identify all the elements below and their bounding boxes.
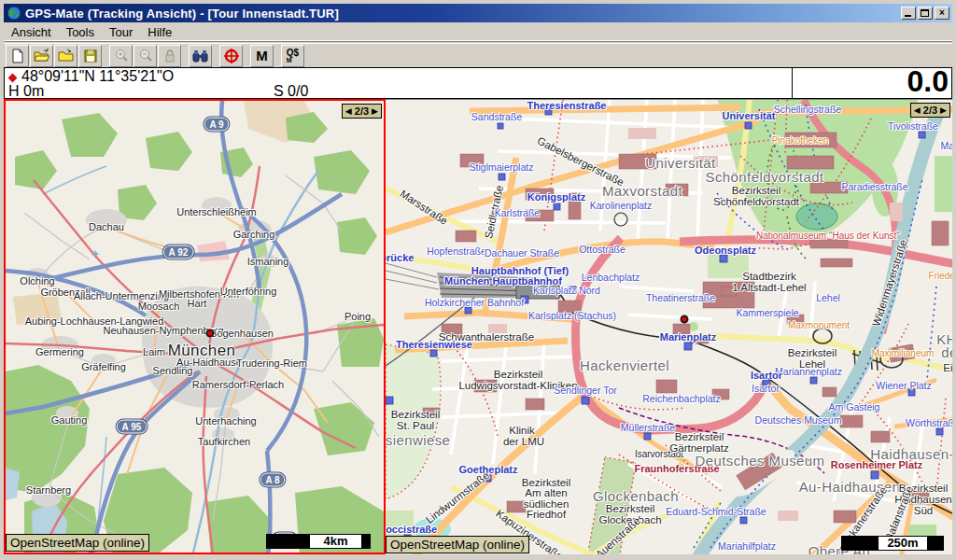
folder-icon (57, 48, 75, 64)
open-folder-icon (33, 48, 50, 64)
menu-bar: Ansicht Tools Tour Hilfe (4, 22, 952, 42)
quick-select-button[interactable]: Q$ M (281, 45, 304, 67)
map-pager[interactable]: ◀2/3▶ (910, 103, 950, 118)
overview-map[interactable]: ✈ UnterschleißheimDachauGarchingIsmaning… (4, 99, 386, 554)
map-scale-bar: 250m (841, 536, 944, 551)
speed-value: 0.0 (907, 64, 949, 99)
toolbar: M Q$ M (4, 43, 952, 67)
zoom-out-button[interactable] (134, 45, 157, 67)
status-bar: 48°09'11"N 11°35'21"O H 0m S 0/0 0.0 (4, 67, 952, 99)
overview-map-canvas: ✈ (6, 101, 384, 554)
menu-ansicht[interactable]: Ansicht (4, 23, 59, 41)
app-icon (7, 6, 21, 21)
pager-label: 2/3 (923, 105, 937, 116)
motorway-shield: A 8 (260, 473, 285, 487)
altitude-value: H 0m (8, 83, 44, 100)
pager-prev-icon[interactable]: ◀ (914, 106, 921, 115)
lock-button[interactable] (158, 45, 181, 67)
app-window: GPS-Mate (Tracking Ansicht) - [Tour Inne… (0, 0, 956, 560)
title-bar[interactable]: GPS-Mate (Tracking Ansicht) - [Tour Inne… (4, 4, 952, 22)
new-button[interactable] (6, 45, 29, 67)
save-button[interactable] (78, 45, 102, 67)
map-scale-bar: 4km (266, 534, 371, 549)
target-button[interactable] (219, 45, 243, 67)
maximize-icon (921, 9, 929, 17)
speed-panel: 0.0 (793, 67, 952, 99)
minimize-icon (905, 15, 911, 17)
zoom-out-icon (137, 48, 154, 64)
menu-tour[interactable]: Tour (102, 23, 140, 41)
m-glyph: M (256, 49, 268, 63)
map-area: ✈ UnterschleißheimDachauGarchingIsmaning… (4, 99, 952, 554)
zoom-in-icon (113, 48, 130, 64)
map-pager[interactable]: ◀2/3▶ (342, 104, 382, 119)
find-button[interactable] (189, 45, 212, 67)
map-scale-label: 250m (879, 537, 927, 550)
detail-map-canvas (386, 100, 952, 554)
lock-icon (162, 48, 178, 64)
binoculars-icon (191, 48, 209, 64)
open-button[interactable] (30, 45, 53, 67)
coordinates-value: 48°09'11"N 11°35'21"O (21, 68, 174, 85)
pager-next-icon[interactable]: ▶ (940, 106, 947, 115)
pager-next-icon[interactable]: ▶ (372, 107, 378, 116)
position-marker (206, 329, 215, 338)
detail-map[interactable]: TheresienstraßeSandstraßeSchellingstraße… (386, 99, 952, 554)
pager-prev-icon[interactable]: ◀ (345, 107, 352, 116)
position-marker (681, 315, 689, 324)
crosshair-target-icon (223, 48, 240, 64)
svg-text:✈: ✈ (91, 248, 99, 259)
zoom-in-button[interactable] (109, 45, 133, 67)
menu-hilfe[interactable]: Hilfe (140, 23, 179, 41)
maximize-button[interactable] (918, 7, 933, 20)
map-attribution: OpenStreetMap (online) (6, 534, 149, 552)
position-diamond-icon (8, 74, 18, 83)
folder-button[interactable] (54, 45, 77, 67)
save-floppy-icon (82, 48, 99, 64)
map-scale-label: 4km (310, 535, 361, 548)
menu-tools[interactable]: Tools (59, 23, 102, 41)
qs-glyph: Q$ M (287, 49, 299, 63)
motorway-shield: A 9 (204, 118, 229, 132)
pager-label: 2/3 (355, 105, 369, 117)
new-document-icon (9, 48, 26, 64)
satellites-value: S 0/0 (274, 83, 308, 100)
position-panel: 48°09'11"N 11°35'21"O H 0m S 0/0 (4, 67, 793, 99)
close-button[interactable]: × (935, 7, 949, 20)
minimize-button[interactable] (901, 7, 916, 20)
motorway-shield: A 92 (163, 245, 194, 259)
map-attribution: OpenStreetMap (online) (386, 536, 529, 553)
map-m-button[interactable]: M (250, 45, 274, 67)
window-title: GPS-Mate (Tracking Ansicht) - [Tour Inne… (25, 7, 339, 21)
motorway-shield: A 95 (117, 420, 148, 434)
